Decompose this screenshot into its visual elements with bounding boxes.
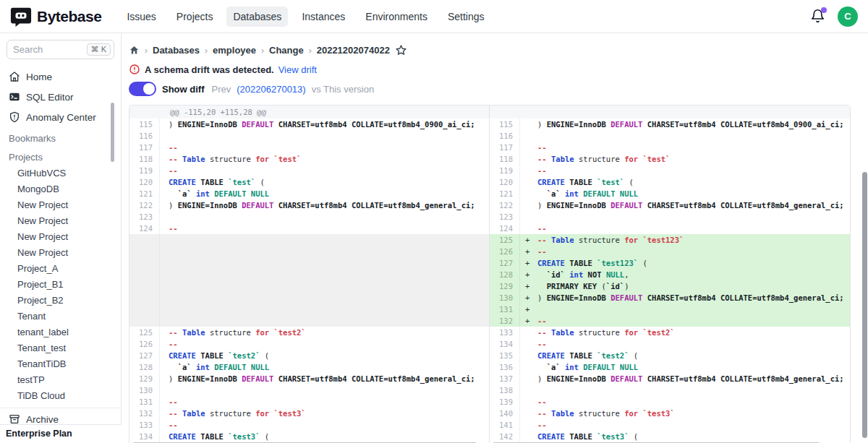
diff-hunk-header: @@ -115,20 +115,28 @@ (129, 106, 489, 119)
diff-code-row: 141-- (490, 419, 850, 431)
chevron-right-icon: › (261, 46, 264, 56)
nav-item-issues[interactable]: Issues (120, 7, 162, 27)
chevron-right-icon: › (309, 46, 312, 56)
sidebar-item-label: Archive (26, 414, 59, 425)
home-icon (9, 71, 20, 82)
sidebar-project-item[interactable]: Tenant_test (0, 340, 121, 356)
diff-code-row: 125-- Table structure for `test2` (129, 327, 489, 338)
main-content: ›Databases›employee›Change›2022120207402… (122, 33, 868, 443)
archive-icon (9, 413, 20, 425)
sidebar-item-label: Anomaly Center (26, 112, 96, 123)
sidebar: ⌘ K Home SQL Editor (0, 33, 122, 443)
sidebar-project-item[interactable]: New Project (0, 228, 121, 244)
diff-placeholder-row (129, 269, 489, 280)
diff-code-row: 118-- Table structure for `test` (129, 153, 489, 165)
drift-alert-icon (129, 64, 140, 75)
diff-placeholder-row (129, 246, 489, 257)
notification-bell-button[interactable] (810, 9, 826, 25)
nav-item-databases[interactable]: Databases (226, 7, 288, 27)
breadcrumb-item[interactable]: Change (269, 45, 304, 56)
breadcrumb-item[interactable]: Databases (153, 45, 200, 56)
sidebar-project-item[interactable]: TiDB Cloud (0, 387, 121, 403)
diff-code-row: 132+-- (490, 315, 850, 327)
star-icon[interactable] (395, 44, 407, 56)
sidebar-project-item[interactable]: Tenant (0, 308, 121, 324)
diff-code-row: 128+ `id` int NOT NULL, (490, 269, 850, 280)
diff-code-row: 137) ENGINE=InnoDB DEFAULT CHARSET=utf8m… (490, 373, 850, 384)
diff-code-row: 134-- (490, 338, 850, 350)
diff-code-row: 123 (129, 211, 489, 223)
diff-code-row: 117-- (129, 142, 489, 153)
sidebar-scrollbar[interactable] (111, 103, 114, 162)
diff-code-row: 121 `a` int DEFAULT NULL (490, 188, 850, 199)
sidebar-project-item[interactable]: New Project (0, 212, 121, 228)
diff-code-row: 142CREATE TABLE `test3` ( (490, 431, 850, 442)
breadcrumb-item[interactable]: employee (213, 45, 256, 56)
diff-code-row: 116 (129, 130, 489, 142)
sidebar-project-item[interactable]: New Project (0, 244, 121, 260)
diff-placeholder-row (129, 234, 489, 246)
diff-code-row: 126-- (129, 338, 489, 350)
page-scrollbar[interactable] (862, 172, 867, 438)
nav-item-projects[interactable]: Projects (170, 7, 220, 27)
diff-code-row: 130 (129, 384, 489, 396)
sidebar-project-item[interactable]: New Project (0, 197, 121, 212)
search-input[interactable] (13, 44, 75, 55)
bytebase-logo-icon (10, 6, 32, 27)
sidebar-project-item[interactable]: tenant_label (0, 324, 121, 340)
breadcrumb-home-icon[interactable] (129, 45, 140, 56)
view-drift-link[interactable]: View drift (278, 64, 317, 75)
diff-code-row: 120CREATE TABLE `test` ( (129, 176, 489, 188)
diff-code-row: 140-- Table structure for `test3` (490, 408, 850, 419)
diff-hunk-header-right (490, 106, 850, 119)
show-diff-label: Show diff (162, 84, 205, 95)
diff-placeholder-row (129, 280, 489, 292)
search-shortcut-badge: ⌘ K (87, 43, 111, 56)
sidebar-section-projects: Projects (0, 146, 121, 165)
project-list: GitHubVCSMongoDBNew ProjectNew ProjectNe… (0, 165, 121, 403)
sidebar-project-item[interactable]: Project_B2 (0, 292, 121, 308)
sidebar-project-item[interactable]: testTP (0, 371, 121, 387)
diff-code-row: 130+) ENGINE=InnoDB DEFAULT CHARSET=utf8… (490, 292, 850, 304)
sidebar-item-label: SQL Editor (26, 92, 74, 103)
diff-code-row: 120CREATE TABLE `test` ( (490, 176, 850, 188)
diff-code-row: 122) ENGINE=InnoDB DEFAULT CHARSET=utf8m… (490, 199, 850, 211)
diff-code-row: 135CREATE TABLE `test2` ( (490, 350, 850, 361)
diff-code-row: 124-- (490, 223, 850, 234)
show-diff-toggle[interactable] (129, 82, 156, 96)
sidebar-project-item[interactable]: TenantTiDB (0, 356, 121, 371)
sidebar-item-home[interactable]: Home (0, 66, 121, 87)
schema-diff-panel: @@ -115,20 +115,28 @@ 115) ENGINE=InnoDB… (129, 105, 851, 443)
diff-placeholder-row (129, 315, 489, 327)
notification-dot (821, 7, 827, 13)
prev-version-link[interactable]: (202206270013) (237, 84, 305, 95)
sidebar-project-item[interactable]: Project_A (0, 260, 121, 276)
diff-code-row: 138 (490, 384, 850, 396)
sidebar-project-item[interactable]: GitHubVCS (0, 165, 121, 181)
diff-toolbar: Show diff Prev (202206270013) vs This ve… (129, 82, 868, 96)
diff-code-row: 132-- Table structure for `test3` (129, 408, 489, 419)
sql-editor-icon (9, 91, 20, 103)
nav-item-environments[interactable]: Environments (359, 7, 434, 27)
diff-code-row: 119-- (129, 165, 489, 176)
sidebar-project-item[interactable]: Project_B1 (0, 276, 121, 292)
main-nav: IssuesProjectsDatabasesInstancesEnvironm… (120, 7, 490, 27)
sidebar-project-item[interactable]: MongoDB (0, 181, 121, 197)
sidebar-item-sql-editor[interactable]: SQL Editor (0, 87, 121, 107)
user-avatar[interactable]: C (838, 7, 858, 27)
nav-item-instances[interactable]: Instances (295, 7, 352, 27)
diff-code-row: 125+-- Table structure for `test123` (490, 234, 850, 246)
nav-item-settings[interactable]: Settings (441, 7, 491, 27)
diff-code-row: 131+ (490, 304, 850, 315)
diff-code-row: 133-- Table structure for `test2` (490, 327, 850, 338)
breadcrumb-item[interactable]: 20221202074022 (317, 45, 390, 56)
sidebar-item-anomaly-center[interactable]: Anomaly Center (0, 107, 121, 127)
prev-label: Prev (212, 84, 231, 95)
chevron-right-icon: › (205, 46, 208, 56)
bytebase-logo[interactable]: Bytebase (10, 6, 101, 27)
diff-code-row: 115) ENGINE=InnoDB DEFAULT CHARSET=utf8m… (490, 119, 850, 130)
diff-code-row: 116 (490, 130, 850, 142)
diff-code-row: 136 `a` int DEFAULT NULL (490, 361, 850, 373)
diff-code-row: 122) ENGINE=InnoDB DEFAULT CHARSET=utf8m… (129, 199, 489, 211)
search-box[interactable]: ⌘ K (7, 40, 114, 59)
